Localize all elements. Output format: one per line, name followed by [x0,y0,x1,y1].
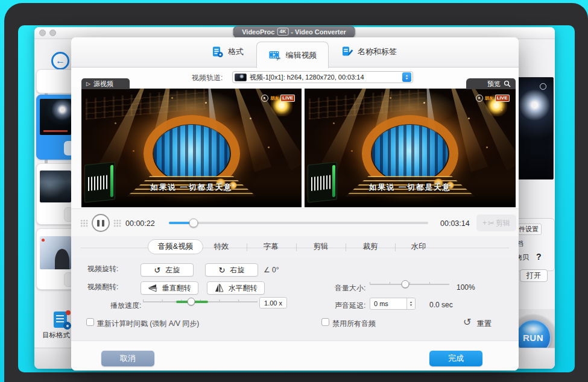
video-track-row: 视频轨道: 视频-1[0x1]: h264, 1280x720, 00:03:1… [71,67,519,87]
flip-label: 视频翻转: [87,282,118,292]
settings-fragment[interactable]: 件设置 [516,224,542,235]
help-icon[interactable]: ? [536,252,542,261]
plus-icon: + [482,219,487,227]
live-badge: 朋友 LIVE [261,95,295,102]
video-thumbnail-mountain [40,171,71,202]
rotate-left-button[interactable]: ↺ 左旋 [141,263,194,277]
speed-slider[interactable] [143,298,258,306]
preview-label: 预览 [487,80,501,89]
subtab-clip[interactable]: 剪辑 [314,242,329,252]
subtab-crop[interactable]: 裁剪 [363,242,378,252]
subtab-watermark[interactable]: 水印 [411,242,426,252]
seek-slider[interactable] [169,222,428,224]
preview-thumbnail-large [517,77,554,180]
edit-subtab-bar: 音频&视频 特效 字幕 剪辑 裁剪 水印 [71,236,519,259]
volume-value: 100% [457,283,475,292]
delay-input[interactable]: 0 ms ▲ ▼ [370,298,416,310]
video-subtitle: 如果说 一切都是天意 [305,183,516,193]
tab-name-tags-label: 名称和标签 [358,46,397,57]
tab-edit-video[interactable]: ✂ 编辑视频 [256,42,329,68]
delay-seconds-value: 0.0 sec [429,301,453,309]
video-track-dropdown[interactable]: 视频-1[0x1]: h264, 1280x720, 00:03:14 ▲ ▼ [232,71,413,83]
tab-format-label: 格式 [228,46,244,57]
speed-slider-thumb[interactable] [187,298,195,305]
recalc-timestamp-label: 重新计算时间戳 (强制 A/V 同步) [97,319,199,329]
disable-audio-checkbox[interactable] [321,318,329,326]
dropdown-stepper-icon[interactable]: ▲ ▼ [402,72,411,82]
subtab-divider [296,243,297,251]
slider-track [370,284,449,285]
edit-video-dialog: 格式 ✂ 编辑视频 [71,37,519,371]
stage-led-screen [154,125,230,183]
delay-stepper-icon[interactable]: ▲ ▼ [406,298,415,309]
preview-video-panel: 朋友 LIVE 如果说 一切都是天意 [305,89,516,207]
format-doc-gear-icon [211,46,224,58]
source-video-panel: 朋友 LIVE 如果说 一切都是天意 [81,89,302,207]
video-subtitle: 如果说 一切都是天意 [81,183,302,193]
seek-thumb[interactable] [189,219,198,228]
notification-dot [66,310,71,315]
film-scissors-icon: ✂ [268,49,282,61]
back-arrow-icon: ← [55,55,65,66]
tab-edit-video-label: 编辑视频 [286,50,317,61]
subtab-divider [346,243,346,251]
frame-step-grid-icon[interactable] [113,219,121,227]
volume-label: 音量大小: [335,283,365,293]
rotate-right-icon: ↻ [219,266,226,274]
window-control-dot[interactable] [49,30,56,36]
broadcaster-logo-icon [261,95,268,102]
pause-button[interactable] [92,214,110,232]
clip-button[interactable]: + ✂ 剪辑 [476,214,516,231]
track-value: 视频-1[0x1]: h264, 1280x720, 00:03:14 [250,73,399,82]
flip-horizontal-button[interactable]: 水平翻转 [207,281,265,295]
subtab-effects[interactable]: 特效 [214,242,229,252]
broadcaster-logo-icon [476,95,483,102]
flip-vertical-button[interactable]: 垂直翻转 [141,281,198,295]
done-button[interactable]: 完成 [429,351,482,366]
volume-slider[interactable] [370,280,449,289]
scissors-icon: ✂ [488,219,495,228]
total-time: 00:03:14 [440,219,470,228]
back-button[interactable]: ← [51,52,69,70]
rotate-right-button[interactable]: ↻ 右旋 [205,263,258,277]
cancel-button[interactable]: 取消 [101,351,154,366]
frame-step-grid-icon[interactable] [80,219,88,227]
reset-label[interactable]: 重置 [477,319,492,329]
magnifier-icon[interactable] [504,80,511,87]
reset-icon[interactable]: ↺ [463,316,471,328]
subtab-audio-video[interactable]: 音频&视频 [148,239,203,254]
window-title: VideoProc 4K - Video Converter [233,26,355,38]
dialog-footer: 取消 完成 [71,340,519,371]
video-thumbnail-singer [40,236,71,269]
current-time: 00:00:22 [125,219,155,228]
tab-name-tags[interactable]: 名称和标签 [341,46,397,58]
dialog-tab-bar: 格式 ✂ 编辑视频 [71,37,519,67]
window-control-dot[interactable] [39,30,46,36]
screenshot-frame: ← 返 目标格式 件设置 档 拷贝 ? 打开 [0,0,588,382]
target-format-icon[interactable] [53,312,71,330]
audio-video-controls: 视频旋转: ↺ 左旋 ↻ 右旋 ∠ 0° 视频翻转: 垂直翻转 [71,259,519,340]
transport-bar: 00:00:22 00:03:14 + ✂ 剪辑 [71,208,519,236]
tab-format[interactable]: 格式 [211,46,244,58]
video-preview-area: 朋友 LIVE 如果说 一切都是天意 [71,87,519,208]
rotate-label: 视频旋转: [87,264,118,274]
recalc-timestamp-checkbox[interactable] [86,318,94,326]
preview-tab: 预览 [466,78,516,89]
delay-label: 声音延迟: [335,301,365,311]
app-name: VideoProc [242,28,274,36]
source-video-label: 源视频 [93,80,113,89]
gear-icon [63,322,71,330]
open-button[interactable]: 打开 [520,269,548,282]
subtab-subtitles[interactable]: 字幕 [264,242,279,252]
stage-led-screen [372,125,448,183]
subtab-divider [247,243,247,251]
source-video-tab: ▷ 源视频 [81,78,130,89]
track-mini-thumbnail [235,74,247,81]
doc-pencil-icon [341,46,353,58]
video-thumbnail-concert [40,99,71,135]
speed-value-box[interactable]: 1.00 x [259,297,287,308]
volume-slider-thumb[interactable] [402,280,409,288]
flip-vertical-icon [148,284,157,292]
rotate-left-icon: ↺ [154,266,161,274]
flip-horizontal-icon [215,284,224,292]
